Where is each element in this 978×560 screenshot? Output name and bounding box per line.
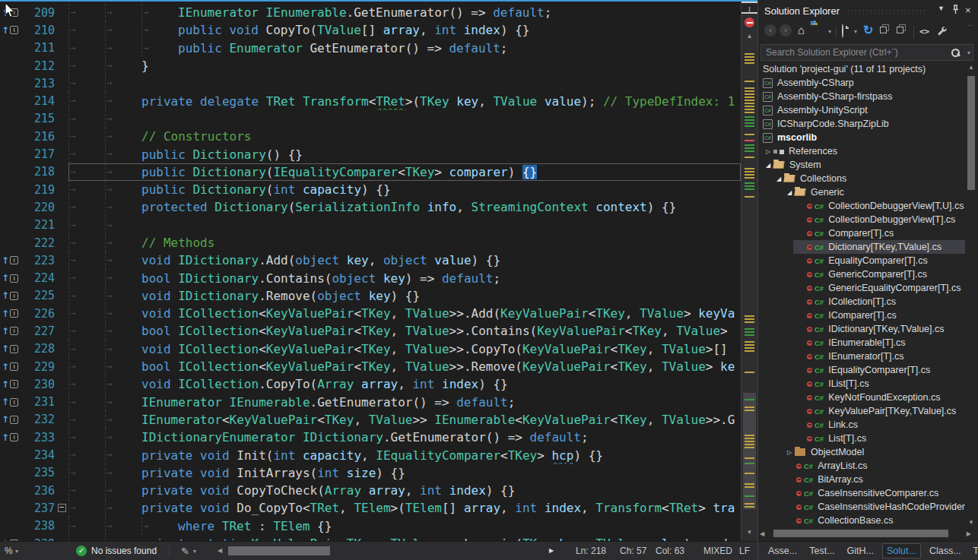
home-icon[interactable]: ⌂ bbox=[798, 24, 805, 36]
code-line-219[interactable]: 219→→public Dictionary(int capacity) {} bbox=[0, 181, 741, 198]
implements-interface-icon[interactable]: ↑I bbox=[0, 255, 21, 266]
code-line-215[interactable]: 215→→ bbox=[0, 110, 741, 128]
tree-item-collectiondebuggerview-t-u-cs[interactable]: C#CollectionDebuggerView[T,U].cs bbox=[758, 199, 965, 213]
code-line-237[interactable]: 237−→→private void Do_CopyTo<TRet, TElem… bbox=[0, 499, 741, 517]
code-line-234[interactable]: 234→→private void Init(int capacity, IEq… bbox=[0, 446, 741, 464]
code-text[interactable]: →→ bbox=[68, 217, 741, 234]
code-text[interactable]: →→private void InitArrays(int size) {} bbox=[68, 464, 741, 482]
code-line-236[interactable]: 236→→private void CopyToCheck(Array arra… bbox=[0, 482, 741, 499]
tree-item-iequalitycomparer-t-cs[interactable]: C#IEqualityComparer[T].cs bbox=[758, 363, 965, 377]
code-line-211[interactable]: 211→→→public Enumerator GetEnumerator() … bbox=[0, 40, 741, 57]
code-line-235[interactable]: 235→→private void InitArrays(int size) {… bbox=[0, 464, 741, 482]
code-text[interactable]: →→public Dictionary() {} bbox=[68, 145, 741, 163]
tree-item-ienumerator-t-cs[interactable]: C#IEnumerator[T].cs bbox=[758, 350, 965, 363]
code-text[interactable]: →→→public Enumerator GetEnumerator() => … bbox=[68, 40, 741, 57]
code-line-217[interactable]: 217→→public Dictionary() {} bbox=[0, 145, 741, 163]
fold-collapse-icon[interactable]: − bbox=[55, 504, 68, 512]
code-text[interactable]: →→→public void CopyTo(TValue[] array, in… bbox=[68, 21, 741, 39]
tree-item-assembly-csharp[interactable]: C#Assembly-CSharp bbox=[758, 76, 965, 90]
tree-item-idictionary-tkey-tvalue-cs[interactable]: C#IDictionary[TKey,TValue].cs bbox=[758, 322, 965, 336]
tree-item-references[interactable]: ▷References bbox=[758, 144, 965, 158]
tree-item-generic[interactable]: ◢Generic bbox=[758, 185, 965, 199]
code-line-222[interactable]: 222→→// Methods bbox=[0, 234, 741, 252]
implements-interface-icon[interactable]: ↑I bbox=[0, 397, 21, 407]
code-line-221[interactable]: 221→→ bbox=[0, 217, 741, 234]
collapsed-arrow-icon[interactable]: ▷ bbox=[766, 148, 773, 155]
search-icon[interactable] bbox=[951, 48, 961, 58]
implements-interface-icon[interactable]: ↑I bbox=[0, 362, 21, 372]
pin-icon[interactable] bbox=[951, 5, 961, 16]
tree-item-solution-project-gui-11-of-11-projects[interactable]: Solution 'project-gui' (11 of 11 project… bbox=[758, 62, 965, 76]
implements-interface-icon[interactable]: ↑I bbox=[0, 308, 21, 319]
code-line-229[interactable]: ↑I229→→bool ICollection<KeyValuePair<TKe… bbox=[0, 358, 741, 375]
code-line-239[interactable]: ↑I239→→private static KeyValuePair<TKey,… bbox=[0, 535, 741, 541]
code-line-228[interactable]: ↑I228→→void ICollection<KeyValuePair<TKe… bbox=[0, 340, 741, 358]
tree-item-link-cs[interactable]: C#Link.cs bbox=[758, 418, 965, 432]
code-text[interactable]: →→public Dictionary(int capacity) {} bbox=[68, 181, 741, 198]
tree-item-assembly-unityscript[interactable]: C#Assembly-UnityScript bbox=[758, 103, 965, 117]
implements-interface-icon[interactable]: ↑I bbox=[0, 25, 21, 36]
refresh-icon[interactable]: ↻ bbox=[863, 23, 873, 37]
tree-item-comparer-t-cs[interactable]: C#Comparer[T].cs bbox=[758, 226, 965, 240]
implements-interface-icon[interactable]: ↑I bbox=[0, 379, 21, 390]
pen-dropdown-caret-icon[interactable]: ▾ bbox=[193, 548, 196, 555]
tree-item-assembly-csharp-firstpass[interactable]: C#Assembly-CSharp-firstpass bbox=[758, 90, 965, 103]
code-line-223[interactable]: ↑I223→→void IDictionary.Add(object key, … bbox=[0, 252, 741, 269]
window-position-caret-icon[interactable]: ▼ bbox=[938, 5, 945, 12]
tree-item-collections[interactable]: ◢Collections bbox=[758, 172, 965, 185]
tree-item-ilist-t-cs[interactable]: C#IList[T].cs bbox=[758, 377, 965, 391]
code-text[interactable]: →→IDictionaryEnumerator IDictionary.GetE… bbox=[68, 429, 741, 446]
code-text[interactable]: →→ bbox=[68, 74, 741, 92]
sync-dropdown-caret-icon[interactable]: ▾ bbox=[828, 28, 831, 35]
tree-item-icsharpcode-sharpziplib[interactable]: C#ICSharpCode.SharpZipLib bbox=[758, 117, 965, 131]
implements-interface-icon[interactable]: ↑I bbox=[0, 273, 21, 283]
code-text[interactable]: →→→where TRet : TElem {} bbox=[68, 517, 741, 535]
code-line-230[interactable]: ↑I230→→void ICollection.CopyTo(Array arr… bbox=[0, 375, 741, 393]
forward-button-icon[interactable]: › bbox=[780, 24, 792, 36]
solution-tree[interactable]: Solution 'project-gui' (11 of 11 project… bbox=[758, 62, 965, 527]
code-text[interactable]: →→void IDictionary.Add(object key, objec… bbox=[68, 252, 741, 269]
close-icon[interactable]: × bbox=[965, 5, 971, 16]
code-text[interactable]: →→private void CopyToCheck(Array array, … bbox=[68, 482, 741, 499]
tree-item-icomparer-t-cs[interactable]: C#IComparer[T].cs bbox=[758, 308, 965, 322]
code-text[interactable]: →→private delegate TRet Transform<TRet>(… bbox=[68, 92, 741, 109]
back-button-icon[interactable]: ‹ bbox=[764, 24, 776, 36]
scroll-down-arrow-icon[interactable]: ▼ bbox=[741, 529, 757, 536]
tree-item-collectiondebuggerview-t-cs[interactable]: C#CollectionDebuggerView[T].cs bbox=[758, 213, 965, 226]
pending-changes-filter-icon[interactable] bbox=[842, 24, 843, 38]
view-code-icon[interactable]: <> bbox=[919, 27, 929, 36]
tree-item-caseinsensitivecomparer-cs[interactable]: C#CaseInsensitiveComparer.cs bbox=[758, 486, 965, 500]
explorer-vertical-scrollbar[interactable]: ▲ ▼ bbox=[966, 64, 976, 526]
editor-horizontal-scrollbar-thumb[interactable] bbox=[228, 546, 330, 555]
search-box[interactable]: Search Solution Explorer (Ctrl+¨) ▾ bbox=[760, 44, 973, 61]
code-line-224[interactable]: ↑I224→→bool IDictionary.Contains(object … bbox=[0, 269, 741, 286]
code-line-231[interactable]: ↑I231→→IEnumerator IEnumerable.GetEnumer… bbox=[0, 394, 741, 411]
editor-split-handle-icon[interactable]: ↕ bbox=[741, 2, 757, 14]
explorer-scroll-right-icon[interactable]: ▶ bbox=[967, 530, 971, 537]
tree-item-dictionary-tkey-tvalue-cs[interactable]: C#Dictionary[TKey,TValue].cs bbox=[758, 240, 965, 254]
implements-interface-icon[interactable]: ↑I bbox=[0, 326, 21, 337]
tree-item-keyvaluepair-tkey-tvalue-cs[interactable]: C#KeyValuePair[TKey,TValue].cs bbox=[758, 404, 965, 418]
explorer-vscroll-thumb[interactable] bbox=[967, 76, 975, 190]
code-line-233[interactable]: ↑I233→→IDictionaryEnumerator IDictionary… bbox=[0, 429, 741, 446]
code-text[interactable]: →→bool ICollection<KeyValuePair<TKey, TV… bbox=[68, 358, 741, 375]
code-text[interactable]: →→private static KeyValuePair<TKey, TVal… bbox=[68, 535, 741, 541]
code-text[interactable]: →→bool ICollection<KeyValuePair<TKey, TV… bbox=[68, 322, 741, 340]
code-line-212[interactable]: 212→→} bbox=[0, 57, 741, 74]
code-line-232[interactable]: ↑I232→→IEnumerator<KeyValuePair<TKey, TV… bbox=[0, 411, 741, 429]
code-line-213[interactable]: 213→→ bbox=[0, 74, 741, 92]
code-editor[interactable]: ↑I209→→→IEnumerator IEnumerable.GetEnume… bbox=[0, 0, 757, 541]
encoding-indicator[interactable]: MIXED bbox=[703, 546, 732, 556]
zoom-dropdown-caret-icon[interactable]: ▾ bbox=[15, 548, 18, 555]
toolbar-overflow-icon[interactable]: ·· bbox=[968, 21, 973, 29]
tree-item-genericequalitycomparer-t-cs[interactable]: C#GenericEqualityComparer[T].cs bbox=[758, 281, 965, 295]
filter-dropdown-caret-icon[interactable]: ▾ bbox=[854, 28, 857, 35]
code-text[interactable]: →→void ICollection<KeyValuePair<TKey, TV… bbox=[68, 305, 741, 322]
code-text[interactable]: →→IEnumerator<KeyValuePair<TKey, TValue>… bbox=[68, 411, 741, 429]
code-text[interactable]: →→void ICollection<KeyValuePair<TKey, TV… bbox=[68, 340, 741, 358]
code-line-226[interactable]: ↑I226→→void ICollection<KeyValuePair<TKe… bbox=[0, 305, 741, 322]
explorer-hscroll-thumb[interactable] bbox=[773, 530, 948, 537]
properties-wrench-icon[interactable] bbox=[936, 25, 947, 39]
code-text[interactable]: →→// Methods bbox=[68, 234, 741, 252]
panel-tab-solut[interactable]: Solut... bbox=[882, 543, 921, 558]
